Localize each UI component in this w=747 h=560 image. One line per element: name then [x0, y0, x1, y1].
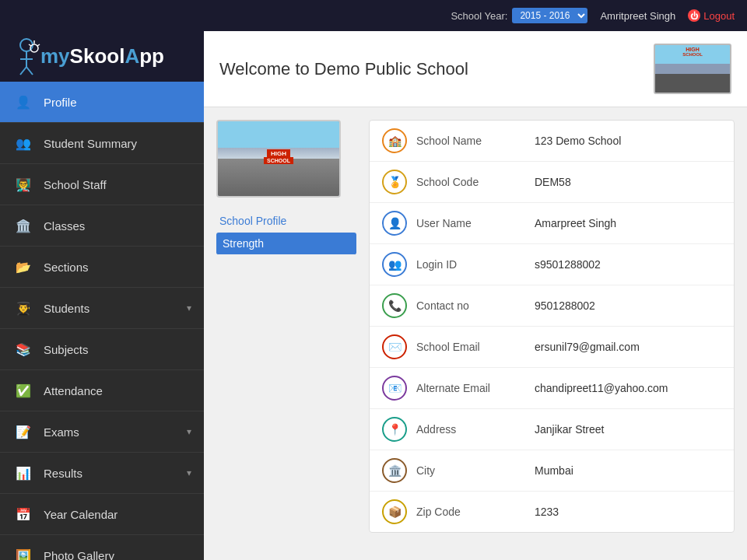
main-layout: mySkoolApp 👤Profile👥Student Summary👨‍🏫Sc… [0, 31, 747, 560]
school-code-label: School Code [416, 176, 525, 188]
school-email-icon: ✉️ [382, 334, 407, 359]
bottom-heading-area: School Profile [204, 545, 747, 560]
strength-link[interactable]: Strength [216, 233, 356, 255]
info-row-zip-code: 📦Zip Code1233 [370, 492, 734, 532]
sidebar-item-label-school-staff: School Staff [44, 178, 107, 191]
school-email-value: ersunil79@gmail.com [535, 341, 640, 353]
sidebar-item-label-profile: Profile [44, 96, 77, 109]
school-year-selector: School Year: 2015 - 2016 [451, 8, 587, 23]
sidebar-item-exams[interactable]: 📝Exams▾ [0, 411, 204, 453]
topbar-username: Amritpreet Singh [600, 10, 675, 22]
user-name-icon: 👤 [382, 211, 407, 236]
sidebar-item-label-student-summary: Student Summary [44, 137, 137, 150]
sidebar-item-students[interactable]: 👨‍🎓Students▾ [0, 288, 204, 329]
svg-line-3 [20, 67, 26, 75]
logout-icon: ⏻ [688, 9, 700, 22]
school-email-label: School Email [416, 341, 525, 353]
sidebar-item-label-subjects: Subjects [44, 343, 89, 356]
zip-code-icon: 📦 [382, 499, 407, 524]
logo-text: mySkoolApp [40, 44, 164, 68]
logout-label: Logout [703, 10, 735, 22]
building-sign: HIGH [686, 47, 700, 52]
address-value: Janjikar Street [535, 423, 604, 436]
svg-line-4 [26, 67, 33, 75]
sidebar-item-student-summary[interactable]: 👥Student Summary [0, 123, 204, 164]
sidebar-item-label-sections: Sections [44, 261, 89, 274]
info-row-school-email: ✉️School Emailersunil79@gmail.com [370, 327, 734, 368]
topbar: School Year: 2015 - 2016 Amritpreet Sing… [0, 0, 747, 31]
attendance-icon: ✅ [12, 380, 34, 401]
login-id-label: Login ID [416, 258, 525, 271]
sidebar-item-subjects[interactable]: 📚Subjects [0, 329, 204, 370]
students-arrow-icon: ▾ [187, 303, 191, 313]
city-icon: 🏛️ [382, 458, 407, 483]
info-row-address: 📍AddressJanjikar Street [370, 409, 734, 450]
info-row-contact-no: 📞Contact no9501288002 [370, 285, 734, 327]
info-row-user-name: 👤User NameAmarpreet Singh [370, 203, 734, 244]
school-year-label: School Year: [451, 10, 507, 22]
welcome-header: Welcome to Demo Public School HIGH SCHOO… [204, 31, 747, 107]
school-code-icon: 🏅 [382, 170, 407, 194]
results-icon: 📊 [12, 462, 34, 484]
alternate-email-value: chandipreet11@yahoo.com [535, 382, 668, 394]
building-sign2: SCHOOL [682, 52, 703, 57]
sidebar: mySkoolApp 👤Profile👥Student Summary👨‍🏫Sc… [0, 31, 204, 560]
photo-building-sign2: SCHOOL [264, 157, 293, 164]
content-area: Welcome to Demo Public School HIGH SCHOO… [204, 31, 747, 560]
school-profile-link[interactable]: School Profile [216, 210, 356, 233]
left-panel: HIGH SCHOOL School Profile Strength [216, 120, 356, 533]
profile-icon: 👤 [12, 91, 34, 113]
results-arrow-icon: ▾ [187, 467, 191, 478]
info-row-city: 🏛️CityMumbai [370, 450, 734, 492]
contact-no-value: 9501288002 [535, 299, 595, 312]
sidebar-item-label-results: Results [44, 467, 82, 480]
photo-building-sign: HIGH [267, 149, 290, 158]
sidebar-item-label-classes: Classes [44, 219, 85, 233]
classes-icon: 🏛️ [12, 215, 34, 236]
sidebar-item-year-calendar[interactable]: 📅Year Calendar [0, 494, 204, 535]
exams-arrow-icon: ▾ [187, 426, 191, 437]
school-photo-inner: HIGH SCHOOL [218, 121, 339, 196]
logo-icon [12, 37, 40, 76]
school-thumbnail: HIGH SCHOOL [654, 44, 731, 94]
zip-code-value: 1233 [535, 506, 559, 518]
sidebar-item-results[interactable]: 📊Results▾ [0, 453, 204, 494]
school-year-select[interactable]: 2015 - 2016 [512, 8, 587, 23]
info-table: 🏫School Name123 Demo School🏅School CodeD… [369, 120, 735, 533]
sidebar-item-label-photo-gallery: Photo Gallery [44, 549, 114, 561]
sidebar-item-classes[interactable]: 🏛️Classes [0, 205, 204, 247]
school-name-value: 123 Demo School [535, 135, 621, 147]
contact-no-label: Contact no [416, 299, 525, 312]
login-id-icon: 👥 [382, 252, 407, 277]
students-icon: 👨‍🎓 [12, 297, 34, 319]
sidebar-item-label-attendance: Attendance [44, 384, 103, 397]
contact-no-icon: 📞 [382, 293, 407, 318]
user-name-label: User Name [416, 217, 525, 229]
school-name-icon: 🏫 [382, 128, 407, 153]
city-label: City [416, 464, 525, 477]
info-row-school-code: 🏅School CodeDEM58 [370, 162, 734, 203]
student-summary-icon: 👥 [12, 132, 34, 154]
zip-code-label: Zip Code [416, 506, 525, 518]
sidebar-item-attendance[interactable]: ✅Attendance [0, 370, 204, 411]
school-photo: HIGH SCHOOL [216, 120, 341, 198]
welcome-title: Welcome to Demo Public School [219, 59, 468, 79]
svg-line-8 [37, 44, 40, 46]
alternate-email-icon: 📧 [382, 376, 407, 401]
sidebar-item-sections[interactable]: 📂Sections [0, 247, 204, 288]
sidebar-item-label-exams: Exams [44, 425, 79, 439]
sidebar-item-school-staff[interactable]: 👨‍🏫School Staff [0, 164, 204, 205]
info-row-login-id: 👥Login IDs9501288002 [370, 244, 734, 285]
exams-icon: 📝 [12, 421, 34, 443]
logout-button[interactable]: ⏻ Logout [688, 9, 735, 22]
nav-list: 👤Profile👥Student Summary👨‍🏫School Staff🏛… [0, 82, 204, 560]
photo-gallery-icon: 🖼️ [12, 544, 34, 560]
alternate-email-label: Alternate Email [416, 382, 525, 394]
sidebar-item-label-year-calendar: Year Calendar [44, 508, 117, 521]
user-name-value: Amarpreet Singh [535, 217, 616, 229]
sidebar-item-photo-gallery[interactable]: 🖼️Photo Gallery [0, 535, 204, 560]
school-staff-icon: 👨‍🏫 [12, 173, 34, 195]
sidebar-item-profile[interactable]: 👤Profile [0, 82, 204, 123]
school-building-img: HIGH SCHOOL [655, 45, 730, 93]
info-row-school-name: 🏫School Name123 Demo School [370, 121, 734, 162]
